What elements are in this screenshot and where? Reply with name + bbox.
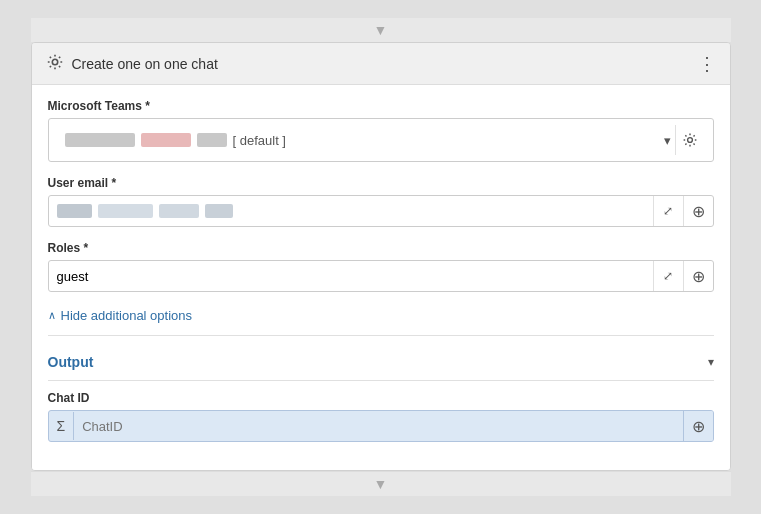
default-tag: [ default ] (233, 133, 286, 148)
plus-circle-icon: ⊕ (692, 202, 705, 221)
blur-block-1 (65, 133, 135, 147)
microsoft-teams-settings-button[interactable] (675, 125, 705, 155)
user-email-label: User email * (48, 176, 714, 190)
roles-field: Roles * ⤢ ⊕ (48, 241, 714, 292)
panel-title: Create one on one chat (72, 56, 218, 72)
output-chevron-icon: ▾ (708, 355, 714, 369)
plus-circle-icon: ⊕ (692, 417, 705, 436)
roles-add-button[interactable]: ⊕ (683, 261, 713, 291)
ms-teams-value: [ default ] (57, 129, 664, 152)
divider-2 (48, 380, 714, 381)
chat-id-input-row: Σ ⊕ (48, 410, 714, 442)
user-email-value (49, 198, 653, 224)
roles-input[interactable] (49, 263, 653, 290)
svg-point-0 (52, 59, 57, 64)
chat-id-label: Chat ID (48, 391, 714, 405)
roles-label: Roles * (48, 241, 714, 255)
user-email-field: User email * ⤢ ⊕ (48, 176, 714, 227)
chevron-down-icon: ▾ (664, 133, 671, 148)
settings-icon (46, 53, 64, 74)
roles-expand-button[interactable]: ⤢ (653, 261, 683, 291)
more-options-button[interactable]: ⋮ (698, 55, 716, 73)
email-blur-4 (205, 204, 233, 218)
hide-additional-options-button[interactable]: ∧ Hide additional options (48, 306, 714, 325)
sigma-icon: Σ (49, 412, 75, 440)
svg-point-1 (688, 138, 693, 143)
email-blur-1 (57, 204, 92, 218)
chat-id-add-button[interactable]: ⊕ (683, 411, 713, 441)
divider-1 (48, 335, 714, 336)
email-blur-3 (159, 204, 199, 218)
user-email-expand-button[interactable]: ⤢ (653, 196, 683, 226)
microsoft-teams-label: Microsoft Teams * (48, 99, 714, 113)
gear-icon (682, 132, 698, 148)
microsoft-teams-field: Microsoft Teams * [ default ] ▾ (48, 99, 714, 162)
expand-icon: ⤢ (663, 269, 673, 283)
blur-block-2 (141, 133, 191, 147)
expand-icon: ⤢ (663, 204, 673, 218)
panel-body: Microsoft Teams * [ default ] ▾ (32, 85, 730, 470)
chat-id-field: Chat ID Σ ⊕ (48, 391, 714, 442)
microsoft-teams-select[interactable]: [ default ] ▾ (48, 118, 714, 162)
user-email-input-row: ⤢ ⊕ (48, 195, 714, 227)
blur-block-3 (197, 133, 227, 147)
hide-options-label: Hide additional options (61, 308, 193, 323)
output-section-header[interactable]: Output ▾ (48, 346, 714, 378)
chat-id-input[interactable] (74, 413, 682, 440)
bottom-connector-arrow: ▼ (31, 471, 731, 496)
plus-circle-icon: ⊕ (692, 267, 705, 286)
roles-input-row: ⤢ ⊕ (48, 260, 714, 292)
user-email-add-button[interactable]: ⊕ (683, 196, 713, 226)
panel-header: Create one on one chat ⋮ (32, 43, 730, 85)
output-label: Output (48, 354, 94, 370)
chevron-up-icon: ∧ (48, 309, 56, 322)
top-connector-arrow: ▼ (31, 18, 731, 42)
email-blur-2 (98, 204, 153, 218)
